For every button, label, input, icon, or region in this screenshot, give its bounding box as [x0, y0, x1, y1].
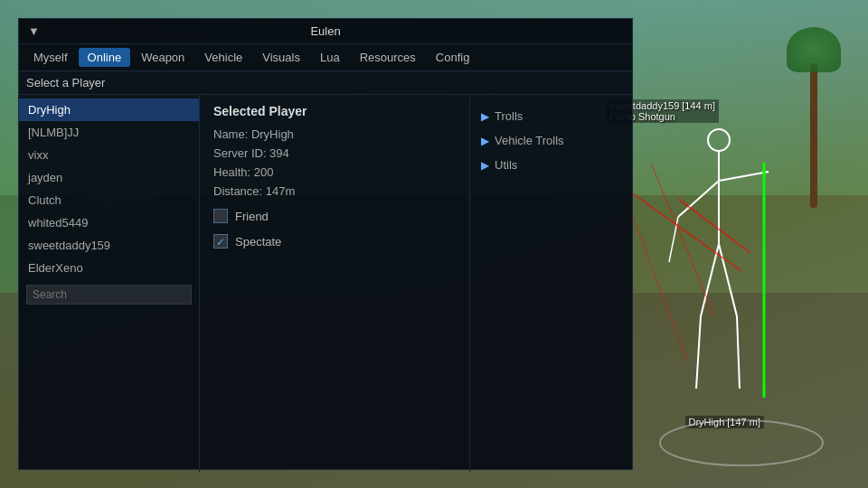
friend-checkbox[interactable] [213, 209, 228, 223]
svg-point-5 [708, 129, 730, 151]
player-info-panel: Selected Player Name: DryHigh Server ID:… [200, 95, 469, 473]
panel-titlebar: ▼ Eulen [19, 19, 632, 44]
trolls-label: Trolls [495, 109, 523, 123]
svg-line-12 [696, 316, 701, 389]
nav-config[interactable]: Config [427, 48, 479, 67]
server-id-row: Server ID: 394 [213, 146, 456, 160]
player-item-vixx[interactable]: vixx [19, 144, 199, 166]
nav-lua[interactable]: Lua [311, 48, 349, 67]
svg-line-7 [678, 181, 719, 217]
menu-vehicle-trolls[interactable]: ▶ Vehicle Trolls [470, 128, 632, 153]
player-item-dryhigh[interactable]: DryHigh [19, 99, 199, 121]
utils-label: Utils [495, 158, 517, 172]
player-item-jayden[interactable]: jayden [19, 166, 199, 189]
utils-arrow: ▶ [481, 159, 489, 172]
svg-line-13 [737, 316, 740, 389]
dropdown-icon: ▼ [28, 24, 40, 38]
spectate-row[interactable]: Spectate [213, 234, 456, 249]
svg-line-8 [719, 172, 769, 181]
svg-line-11 [719, 244, 737, 316]
select-player-bar: Select a Player [19, 71, 632, 95]
navbar: Myself Online Weapon Vehicle Visuals Lua… [19, 44, 632, 71]
player-item-elderxeno[interactable]: ElderXeno [19, 257, 199, 279]
nav-online[interactable]: Online [79, 48, 131, 67]
panel-title: Eulen [310, 24, 340, 38]
search-input[interactable] [26, 285, 192, 305]
svg-line-9 [669, 217, 678, 262]
player-item-sweetdaddy159[interactable]: sweetdaddy159 [19, 234, 199, 257]
vehicle-trolls-label: Vehicle Trolls [495, 134, 564, 147]
nav-myself[interactable]: Myself [24, 48, 77, 67]
trolls-arrow: ▶ [481, 110, 489, 123]
nav-weapon[interactable]: Weapon [132, 48, 193, 67]
menu-utils[interactable]: ▶ Utils [470, 153, 632, 177]
player-item-nlmbjj[interactable]: [NLMB]JJ [19, 121, 199, 144]
nav-visuals[interactable]: Visuals [253, 48, 309, 67]
spectate-checkbox[interactable] [213, 234, 228, 249]
right-menu: ▶ Trolls ▶ Vehicle Trolls ▶ Utils [469, 95, 632, 473]
menu-trolls[interactable]: ▶ Trolls [470, 104, 632, 128]
friend-row[interactable]: Friend [213, 209, 456, 223]
friend-label: Friend [235, 210, 269, 223]
player-skeleton [660, 117, 778, 416]
health-row: Health: 200 [213, 165, 456, 179]
player-list: DryHigh [NLMB]JJ vixx jayden Clutch whit… [19, 95, 200, 473]
content-area: DryHigh [NLMB]JJ vixx jayden Clutch whit… [19, 95, 632, 473]
svg-line-10 [701, 244, 719, 316]
nav-vehicle[interactable]: Vehicle [195, 48, 251, 67]
main-panel: ▼ Eulen Myself Online Weapon Vehicle Vis… [18, 18, 633, 470]
tree [787, 27, 841, 208]
player-name-row: Name: DryHigh [213, 127, 456, 141]
spectate-label: Spectate [235, 235, 281, 249]
player-item-whited5449[interactable]: whited5449 [19, 211, 199, 234]
player-item-clutch[interactable]: Clutch [19, 189, 199, 211]
selected-player-title: Selected Player [213, 104, 456, 118]
vehicle-trolls-arrow: ▶ [481, 135, 489, 147]
nav-resources[interactable]: Resources [351, 48, 425, 67]
distance-row: Distance: 147m [213, 184, 456, 198]
player2-label: DryHigh [147 m] [685, 416, 764, 428]
